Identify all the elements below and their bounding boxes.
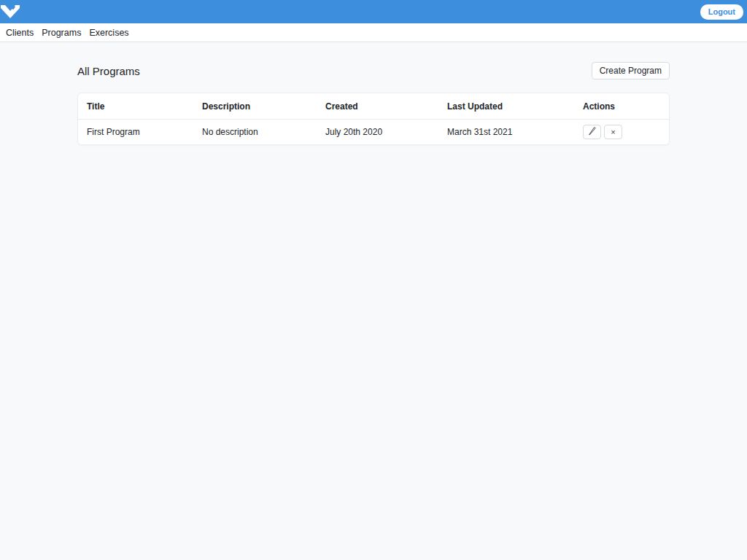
table-row: First Program No description July 20th 2…: [78, 120, 669, 145]
app-header: Logout: [0, 0, 747, 23]
cell-program-last-updated: March 31st 2021: [438, 120, 574, 145]
brand-m-logo-icon: [1, 4, 20, 20]
logout-button[interactable]: Logout: [700, 4, 743, 20]
x-close-icon: ×: [611, 128, 615, 136]
column-header-description: Description: [193, 93, 317, 120]
column-header-actions: Actions: [574, 93, 669, 120]
table-header-row: Title Description Created Last Updated A…: [78, 93, 669, 120]
programs-table: Title Description Created Last Updated A…: [78, 93, 669, 144]
column-header-title: Title: [78, 93, 193, 120]
column-header-last-updated: Last Updated: [438, 93, 574, 120]
main-nav: Clients Programs Exercises: [0, 23, 747, 42]
programs-table-card: Title Description Created Last Updated A…: [77, 93, 670, 145]
page-head: All Programs Create Program: [77, 62, 670, 79]
create-program-button[interactable]: Create Program: [592, 62, 670, 79]
delete-program-button[interactable]: ×: [604, 125, 622, 139]
cell-program-title: First Program: [78, 120, 193, 145]
page-title: All Programs: [77, 65, 140, 77]
column-header-created: Created: [317, 93, 438, 120]
edit-program-button[interactable]: [583, 125, 601, 139]
nav-item-exercises[interactable]: Exercises: [85, 28, 132, 38]
brand-logo[interactable]: [1, 0, 20, 23]
edit-pencil-icon: [588, 127, 597, 138]
cell-program-actions: ×: [574, 120, 669, 145]
nav-item-clients[interactable]: Clients: [2, 28, 37, 38]
nav-item-programs[interactable]: Programs: [38, 28, 85, 38]
cell-program-description: No description: [193, 120, 317, 145]
main-content: All Programs Create Program Title Descri…: [0, 62, 747, 145]
cell-program-created: July 20th 2020: [317, 120, 438, 145]
